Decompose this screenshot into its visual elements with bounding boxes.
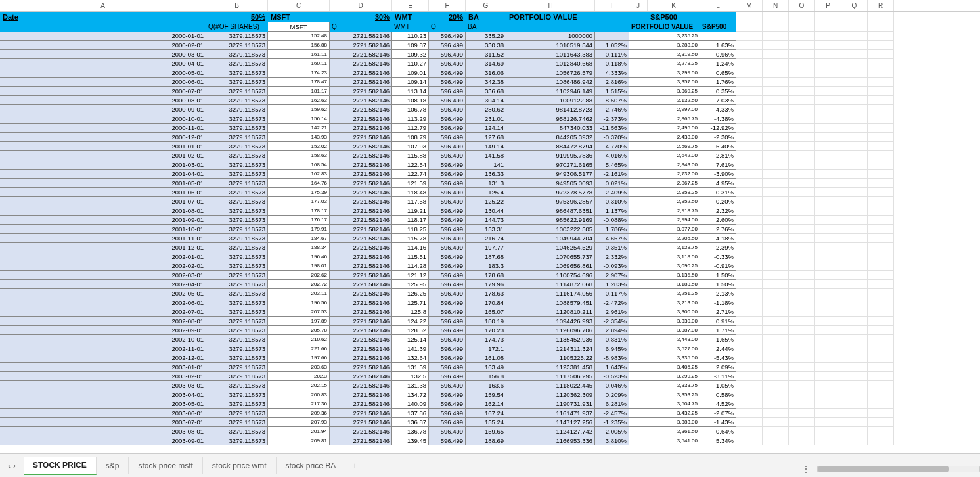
cell-K[interactable]: 3,183.50 [648, 280, 700, 289]
cell-I[interactable]: -8.507% [595, 96, 629, 105]
cell-Q[interactable] [841, 372, 868, 381]
column-header-P[interactable]: P [815, 0, 841, 11]
cell-E[interactable]: 128.52 [392, 326, 429, 335]
cell-R[interactable] [868, 234, 894, 243]
cell-Q[interactable] [841, 32, 868, 41]
cell-B[interactable]: 3279.118573 [206, 427, 268, 436]
cell-P[interactable] [815, 381, 841, 390]
cell-F[interactable]: 596.499 [429, 298, 466, 307]
cell-D[interactable]: 2721.582146 [330, 427, 392, 436]
cell-H[interactable]: 1010519.544 [506, 41, 595, 50]
header2-cell-J[interactable]: PORTFOLIO VALUE [629, 22, 648, 32]
cell-H[interactable]: 1086486.942 [506, 78, 595, 87]
cell-H[interactable]: 1120362.309 [506, 390, 595, 399]
cell-O[interactable] [789, 363, 815, 372]
cell-D[interactable]: 2721.582146 [330, 78, 392, 87]
cell-C[interactable]: 209.36 [268, 409, 330, 418]
cell-D[interactable]: 2721.582146 [330, 160, 392, 170]
cell-B[interactable]: 3279.118573 [206, 335, 268, 344]
cell-B[interactable]: 3279.118573 [206, 280, 268, 289]
cell-E[interactable]: 109.32 [392, 50, 429, 59]
cell-G[interactable]: 155.24 [466, 418, 506, 427]
cell-P[interactable] [815, 243, 841, 252]
cell-R[interactable] [868, 289, 894, 298]
cell-K[interactable]: 3,136.50 [648, 271, 700, 280]
cell-M[interactable] [736, 399, 763, 409]
cell-N[interactable] [763, 114, 789, 124]
cell-P[interactable] [815, 326, 841, 335]
cell-L[interactable]: -5.43% [700, 353, 736, 363]
cell-A[interactable]: 2002-07-01 [0, 307, 206, 317]
cell-B[interactable]: 3279.118573 [206, 418, 268, 427]
cell-E[interactable]: 117.58 [392, 197, 429, 206]
cell-G[interactable]: 149.14 [466, 142, 506, 151]
cell-R[interactable] [868, 307, 894, 317]
cell-B[interactable]: 3279.118573 [206, 114, 268, 124]
cell-H[interactable]: 972378.5778 [506, 188, 595, 197]
cell-K[interactable]: 2,843.00 [648, 160, 700, 170]
cell-D[interactable]: 2721.582146 [330, 179, 392, 188]
cell-L[interactable]: 2.71% [700, 307, 736, 317]
cell-Q[interactable] [841, 261, 868, 271]
cell-D[interactable]: 2721.582146 [330, 381, 392, 390]
cell-L[interactable]: 0.35% [700, 87, 736, 96]
cell-F[interactable]: 596.499 [429, 234, 466, 243]
cell-E[interactable]: 122.74 [392, 170, 429, 179]
cell-G[interactable]: 314.69 [466, 59, 506, 68]
cell-P[interactable] [815, 261, 841, 271]
cell-Q[interactable] [841, 151, 868, 160]
cell-E[interactable]: 119.21 [392, 206, 429, 216]
cell-M[interactable] [736, 234, 763, 243]
cell-F[interactable]: 596.499 [429, 59, 466, 68]
cell-I[interactable]: -2.005% [595, 427, 629, 436]
cell-Q[interactable] [841, 409, 868, 418]
cell-I[interactable]: 0.111% [595, 50, 629, 59]
cell-N[interactable] [763, 160, 789, 170]
cell-O[interactable] [789, 68, 815, 78]
cell-I[interactable]: 6.945% [595, 344, 629, 353]
cell-I[interactable]: 6.281% [595, 399, 629, 409]
cell-C[interactable]: 161.11 [268, 50, 330, 59]
cell-O[interactable] [789, 206, 815, 216]
cell-L[interactable]: 1.05% [700, 381, 736, 390]
cell-H[interactable]: 1009122.88 [506, 96, 595, 105]
cell-P[interactable] [815, 298, 841, 307]
cell-I[interactable]: 4.657% [595, 234, 629, 243]
cell-H[interactable]: 1117506.295 [506, 372, 595, 381]
cell-D[interactable]: 2721.582146 [330, 353, 392, 363]
cell-N[interactable] [763, 59, 789, 68]
cell-Q[interactable] [841, 50, 868, 59]
cell-R[interactable] [868, 170, 894, 179]
cell-J[interactable] [629, 96, 648, 105]
cell-P[interactable] [815, 225, 841, 234]
cell-C[interactable]: 179.91 [268, 225, 330, 234]
cell-D[interactable]: 2721.582146 [330, 32, 392, 41]
column-header-H[interactable]: H [506, 0, 595, 11]
column-header-O[interactable]: O [789, 0, 815, 11]
cell-C[interactable]: 159.62 [268, 105, 330, 114]
cell-K[interactable]: 3,205.50 [648, 234, 700, 243]
cell-R[interactable] [868, 381, 894, 390]
cell-N[interactable] [763, 41, 789, 50]
cell-N[interactable] [763, 197, 789, 206]
cell-J[interactable] [629, 170, 648, 179]
cell-O[interactable] [789, 142, 815, 151]
cell-J[interactable] [629, 252, 648, 261]
cell-D[interactable]: 2721.582146 [330, 142, 392, 151]
cell-O[interactable] [789, 436, 815, 445]
cell-O[interactable] [789, 298, 815, 307]
cell-D[interactable]: 2721.582146 [330, 317, 392, 326]
cell-O[interactable] [789, 105, 815, 114]
cell-K[interactable]: 3,118.50 [648, 252, 700, 261]
cell-F[interactable]: 596.499 [429, 68, 466, 78]
cell-K[interactable]: 3,353.25 [648, 390, 700, 399]
cell-H[interactable]: 1126096.706 [506, 326, 595, 335]
cell-C[interactable]: 156.14 [268, 114, 330, 124]
cell-J[interactable] [629, 68, 648, 78]
cell-A[interactable]: 2000-11-01 [0, 124, 206, 133]
cell-I[interactable]: 1.786% [595, 225, 629, 234]
cell-E[interactable]: 114.28 [392, 261, 429, 271]
cell-I[interactable] [595, 32, 629, 41]
cell-J[interactable] [629, 87, 648, 96]
cell-A[interactable]: 2002-11-01 [0, 344, 206, 353]
